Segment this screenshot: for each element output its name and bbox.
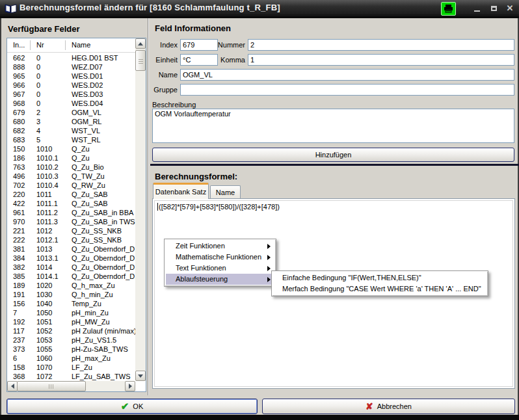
tab-datenbank-satz[interactable]: Datenbank Satz	[153, 183, 209, 199]
list-item[interactable]: 9611011.2Q_Zu_SAB_in BBA	[7, 208, 135, 217]
list-item[interactable]: 1861010.1Q_Zu	[7, 153, 135, 163]
list-item[interactable]: 61060pH_max_Zu	[7, 354, 135, 363]
list-item[interactable]: 1171052pH Zulauf (min/max)	[7, 326, 135, 335]
list-item[interactable]: 7631010.2Q_Zu_Bio	[7, 163, 135, 172]
submenu-item[interactable]: Merfach Bedingung "CASE Wert WHERE 'a' T…	[272, 283, 488, 295]
item-name: Q_Zu_SS_NKB	[72, 226, 122, 235]
item-name: Q_Zu_Oberndorf_D..	[72, 254, 135, 263]
item-name: Temp_Zu	[72, 299, 101, 308]
item-nr: 0	[36, 62, 40, 72]
list-item[interactable]: 2201011Q_Zu_SAB	[7, 190, 135, 199]
cancel-button[interactable]: ✘ Abbrechen	[262, 399, 515, 414]
vertical-scrollbar[interactable]	[135, 38, 146, 381]
x-icon: ✘	[366, 402, 373, 411]
list-item[interactable]: 4221011.1Q_Zu_SAB	[7, 199, 135, 208]
item-name: pH_MW_Zu	[72, 317, 110, 326]
list-item[interactable]: 8880WEZ.D07	[7, 62, 135, 72]
list-item[interactable]: 2221012.1Q_Zu_SS_NKB	[7, 235, 135, 244]
column-header-index[interactable]: In...	[13, 41, 25, 49]
horizontal-scrollbar[interactable]	[7, 381, 135, 391]
horizontal-scroll-thumb[interactable]	[17, 381, 86, 391]
menu-item[interactable]: Text Funktionen	[166, 263, 274, 274]
index-field[interactable]	[180, 39, 218, 51]
list-item[interactable]: 1501010Q_Zu	[7, 144, 135, 153]
item-index: 382	[13, 263, 25, 272]
item-index: 682	[13, 126, 25, 135]
list-item[interactable]: 2211012Q_Zu_SS_NKB	[7, 226, 135, 235]
item-index: 968	[13, 99, 25, 108]
item-name: Q_TW_Zu	[72, 172, 105, 181]
list-item[interactable]: 9701011.3Q_Zu_SAB_in TWS	[7, 217, 135, 226]
item-name: WES.D04	[72, 99, 103, 108]
scroll-right-button[interactable]	[125, 381, 135, 391]
formula-value: ([582]*[579]+[583]*[580])/([328]+[478])	[159, 203, 280, 211]
column-header-name[interactable]: Name	[72, 41, 90, 49]
item-nr: 1012	[36, 226, 52, 235]
list-item[interactable]: 3731055pH-Zu-SAB_TWS	[7, 345, 135, 354]
list-item[interactable]: 7021010.4Q_RW_Zu	[7, 181, 135, 190]
menu-item[interactable]: Ablaufsteuerung	[166, 274, 274, 285]
list-item[interactable]: 1921051pH_MW_Zu	[7, 317, 135, 326]
list-item[interactable]: 3681072LF_Zu_SAB_TWS	[7, 372, 135, 381]
list-item[interactable]: 71050pH_min_Zu	[7, 308, 135, 317]
list-item[interactable]: 9650WES.D01	[7, 72, 135, 81]
close-button[interactable]: ✕	[504, 4, 516, 13]
einheit-field[interactable]	[180, 54, 218, 66]
list-item[interactable]: 6824WST_VL	[7, 126, 135, 135]
list-item[interactable]: 6620HEG.D01 BST	[7, 53, 135, 62]
list-item[interactable]: 9680WES.D04	[7, 99, 135, 108]
menu-item[interactable]: Mathematische Funktionen	[166, 252, 274, 263]
section-separator	[150, 164, 519, 166]
list-item[interactable]: 1891020Q_h_max_Zu	[7, 281, 135, 290]
book-icon	[5, 3, 17, 14]
scroll-left-button[interactable]	[7, 381, 18, 391]
scroll-down-button[interactable]	[135, 371, 146, 381]
list-item[interactable]: 1561040Temp_Zu	[7, 299, 135, 308]
list-item[interactable]: 1911030Q_h_min_Zu	[7, 290, 135, 299]
tab-name[interactable]: Name	[210, 185, 241, 199]
menu-item[interactable]: Zeit Funktionen	[166, 241, 274, 252]
add-button[interactable]: Hinzufügen	[152, 148, 514, 162]
column-header-nr[interactable]: Nr	[36, 41, 44, 49]
list-item[interactable]: 3811013Q_Zu_Oberndorf_D..	[7, 244, 135, 254]
item-name: Q_h_max_Zu	[72, 281, 115, 290]
list-item[interactable]: 2371053pH_Zu_VS1.5	[7, 335, 135, 345]
beschreibung-field[interactable]: OGM Vorlauftemperatur	[152, 109, 514, 143]
nummer-field[interactable]	[248, 39, 514, 51]
ok-button[interactable]: ✔ OK	[7, 399, 258, 414]
gruppe-field[interactable]	[180, 84, 514, 96]
column-separator	[30, 40, 31, 50]
list-item[interactable]: 9660WES.D02	[7, 81, 135, 90]
list-header[interactable]: In... Nr Name	[7, 38, 135, 53]
list-item[interactable]: 3851014.1Q_Zu_Oberndorf_D..	[7, 272, 135, 281]
print-button[interactable]	[441, 2, 456, 16]
list-item[interactable]: 6835WST_RL	[7, 135, 135, 144]
komma-field[interactable]	[248, 54, 514, 66]
scroll-up-button[interactable]	[135, 38, 146, 49]
gruppe-label: Gruppe	[150, 86, 178, 94]
minimize-button[interactable]	[471, 4, 483, 13]
item-name: Q_Zu_SAB_in TWS	[72, 217, 135, 226]
item-nr: 1020	[36, 281, 52, 290]
list-item[interactable]: 4961010.3Q_TW_Zu	[7, 172, 135, 181]
name-label: Name	[150, 71, 178, 79]
item-name: Q_Zu_Oberndorf_D..	[72, 263, 135, 272]
list-item[interactable]: 3821014Q_Zu_Oberndorf_D..	[7, 263, 135, 272]
maximize-button[interactable]	[488, 4, 499, 13]
list-item[interactable]: 1581070LF_Zu	[7, 363, 135, 372]
list-item[interactable]: 3841013.1Q_Zu_Oberndorf_D..	[7, 254, 135, 263]
vertical-scroll-thumb[interactable]	[135, 50, 146, 71]
check-icon: ✔	[121, 402, 129, 411]
list-item[interactable]: 6792OGM_VL	[7, 108, 135, 117]
item-name: OGM_RL	[72, 117, 101, 126]
item-nr: 1072	[36, 372, 52, 381]
name-field[interactable]	[180, 69, 514, 81]
list-item[interactable]: 9670WES.D03	[7, 90, 135, 99]
menu-item-label: Text Funktionen	[176, 264, 226, 272]
item-nr: 1010.4	[36, 181, 59, 190]
item-nr: 1010	[36, 144, 52, 153]
submenu-item[interactable]: Einfache Bedingung "IF(Wert,THEN,ELSE)"	[272, 272, 488, 283]
item-index: 150	[13, 144, 25, 153]
index-label: Index	[150, 41, 178, 49]
list-item[interactable]: 6803OGM_RL	[7, 117, 135, 126]
